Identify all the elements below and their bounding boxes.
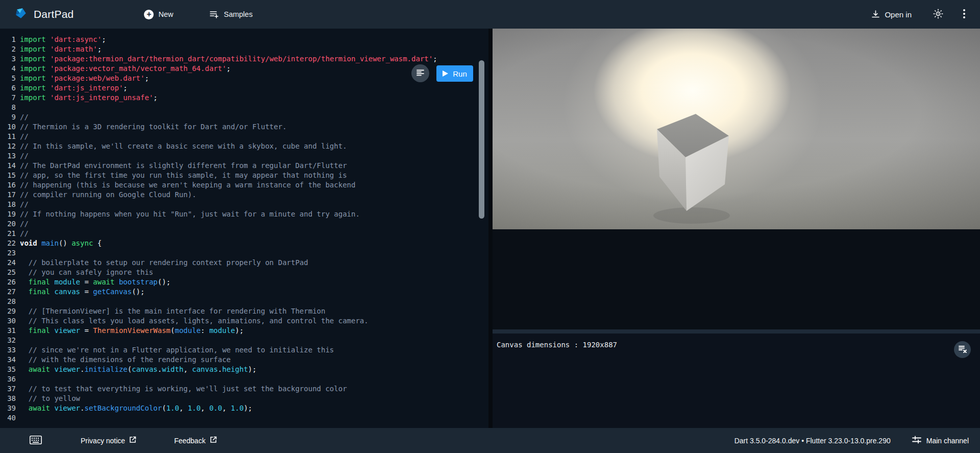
code-line: 34 // with the dimensions of the renderi… [0, 355, 488, 365]
line-number: 34 [0, 355, 16, 365]
line-number: 38 [0, 394, 16, 403]
external-link-icon [210, 436, 217, 445]
line-number: 13 [0, 151, 16, 161]
line-number: 31 [0, 326, 16, 336]
privacy-notice-label: Privacy notice [81, 437, 125, 445]
brightness-icon [933, 9, 943, 20]
line-number: 21 [0, 229, 16, 239]
dartpad-logo [14, 7, 28, 22]
line-number: 6 [0, 83, 16, 93]
channel-selector-button[interactable]: Main channel [912, 436, 969, 445]
line-number: 10 [0, 122, 16, 132]
editor-scrollbar-thumb[interactable] [479, 60, 484, 219]
line-number: 17 [0, 190, 16, 200]
console-output: Canvas dimensions : 980x453 [493, 333, 980, 349]
code-line: 10// Thermion is a 3D rendering toolkit … [0, 122, 488, 132]
line-number: 11 [0, 132, 16, 141]
line-number: 1 [0, 35, 16, 44]
console-panel: Canvas dimensions : 980x453 [493, 333, 980, 428]
keyboard-shortcuts-button[interactable] [30, 436, 42, 446]
line-number: 22 [0, 239, 16, 248]
code-line: 30 // This class lets you load assets, l… [0, 316, 488, 326]
version-info: Dart 3.5.0-284.0.dev • Flutter 3.23.0-13… [734, 437, 891, 445]
code-editor-pane: 1import 'dart:async';2import 'dart:math'… [0, 29, 488, 428]
line-number: 4 [0, 64, 16, 74]
open-in-label: Open in [885, 10, 912, 19]
line-number: 25 [0, 268, 16, 277]
code-line: 2import 'dart:math'; [0, 44, 488, 54]
keyboard-icon [30, 436, 42, 446]
line-number: 20 [0, 219, 16, 229]
code-line: 28 [0, 297, 488, 306]
install-icon [871, 10, 880, 18]
open-in-button[interactable]: Open in [866, 6, 917, 23]
topbar-right: Open in [866, 6, 969, 23]
clear-console-button[interactable] [954, 341, 971, 358]
line-number: 5 [0, 74, 16, 83]
line-number: 40 [0, 413, 16, 423]
samples-button-label: Samples [224, 10, 252, 18]
vertical-splitter[interactable] [488, 29, 493, 428]
line-number: 35 [0, 365, 16, 374]
line-number: 28 [0, 297, 16, 306]
render-canvas[interactable] [493, 29, 980, 229]
code-line: 14// The DartPad environment is slightly… [0, 161, 488, 171]
channel-label: Main channel [926, 437, 969, 445]
line-number: 9 [0, 112, 16, 122]
brightness-toggle-button[interactable] [930, 6, 946, 23]
topbar: DartPad + New Samples Open in [0, 0, 980, 29]
code-line: 9// [0, 112, 488, 122]
privacy-notice-link[interactable]: Privacy notice [81, 436, 136, 445]
overflow-menu-button[interactable] [960, 6, 969, 23]
run-button[interactable]: Run [436, 65, 473, 82]
footer-right: Dart 3.5.0-284.0.dev • Flutter 3.23.0-13… [734, 436, 969, 445]
horizontal-splitter[interactable] [493, 329, 980, 333]
code-line: 22void main() async { [0, 239, 488, 248]
code-line: 13// [0, 151, 488, 161]
new-button[interactable]: + New [139, 6, 178, 23]
code-line: 33 // since we're not in a Flutter appli… [0, 345, 488, 355]
output-empty-area [493, 229, 980, 329]
code-line: 7import 'dart:js_interop_unsafe'; [0, 93, 488, 103]
line-number: 33 [0, 345, 16, 355]
feedback-link[interactable]: Feedback [174, 436, 216, 445]
cube-3d [493, 29, 980, 229]
code-line: 12// In this sample, we'll create a basi… [0, 141, 488, 151]
code-line: 1import 'dart:async'; [0, 35, 488, 44]
code-line: 27 final canvas = getCanvas(); [0, 287, 488, 297]
playlist-add-icon [210, 10, 219, 18]
line-number: 23 [0, 248, 16, 258]
code-line: 18// [0, 200, 488, 209]
footer: Privacy notice Feedback Dart 3.5.0-284.0… [0, 428, 980, 453]
line-number: 7 [0, 93, 16, 103]
format-button[interactable] [411, 64, 429, 82]
feedback-label: Feedback [174, 437, 205, 445]
code-line: 20// [0, 219, 488, 229]
line-number: 14 [0, 161, 16, 171]
dartpad-app: DartPad + New Samples Open in [0, 0, 980, 453]
code-line: 26 final module = await bootstrap(); [0, 277, 488, 287]
line-number: 27 [0, 287, 16, 297]
line-number: 30 [0, 316, 16, 326]
line-number: 16 [0, 180, 16, 190]
code-line: 25 // you can safely ignore this [0, 268, 488, 277]
output-pane: Canvas dimensions : 980x453 [493, 29, 980, 428]
code-line: 21// [0, 229, 488, 239]
code-line: 23 [0, 248, 488, 258]
line-number: 36 [0, 374, 16, 384]
line-number: 24 [0, 258, 16, 268]
line-number: 8 [0, 103, 16, 112]
code-line: 40 [0, 413, 488, 423]
code-line: 15// app, so the first time you run this… [0, 171, 488, 180]
code-line: 36 [0, 374, 488, 384]
code-line: 35 await viewer.initialize(canvas.width,… [0, 365, 488, 374]
line-number: 18 [0, 200, 16, 209]
code-editor[interactable]: 1import 'dart:async';2import 'dart:math'… [0, 29, 488, 423]
format-icon [416, 69, 424, 78]
code-line: 16// happening (this is because we aren'… [0, 180, 488, 190]
samples-button[interactable]: Samples [205, 6, 257, 22]
tune-icon [912, 436, 921, 445]
line-number: 26 [0, 277, 16, 287]
line-number: 2 [0, 44, 16, 54]
code-line: 17// compiler running on Google Cloud Ru… [0, 190, 488, 200]
